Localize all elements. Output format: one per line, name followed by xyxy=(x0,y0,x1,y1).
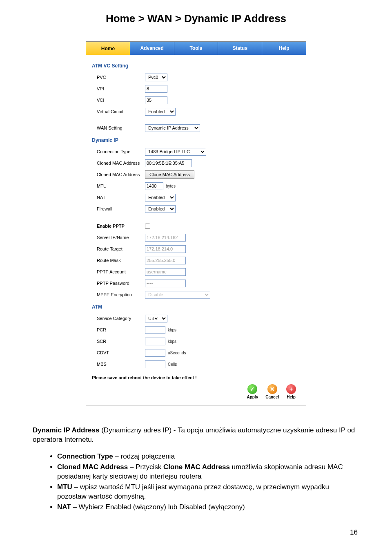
tab-advanced[interactable]: Advanced xyxy=(130,42,174,55)
mbs-input[interactable] xyxy=(145,360,165,368)
mbs-label: MBS xyxy=(92,362,145,367)
pptp-password-label: PPTP Password xyxy=(92,281,145,286)
section-atm-vc: ATM VC Setting xyxy=(92,63,300,69)
nat-select[interactable]: Enabled xyxy=(145,194,176,201)
wan-setting-select[interactable]: Dynamic IP Address xyxy=(145,124,200,132)
pptp-account-input xyxy=(145,268,186,276)
tab-help[interactable]: Help xyxy=(262,42,306,55)
page-title: Home > WAN > Dynamic IP Address xyxy=(33,12,359,25)
server-ip-label: Server IP/Name xyxy=(92,235,145,240)
cloned-mac-input[interactable] xyxy=(145,159,192,167)
action-buttons: ✓ Apply ✕ Cancel + Help xyxy=(92,384,300,399)
pcr-unit: kbps xyxy=(168,328,176,332)
pvc-select[interactable]: Pvc0 xyxy=(145,74,167,81)
cloned-mac-label-2: Cloned MAC Address xyxy=(92,172,145,177)
mtu-input[interactable] xyxy=(145,182,163,190)
description-intro: Dynamic IP Address (Dynamiczny adres IP)… xyxy=(33,426,359,445)
tab-tools[interactable]: Tools xyxy=(174,42,218,55)
route-mask-input xyxy=(145,257,186,264)
cloned-mac-label-1: Cloned MAC Address xyxy=(92,161,145,166)
mtu-unit: bytes xyxy=(166,184,176,188)
mbs-unit: Cells xyxy=(168,362,177,367)
vci-label: VCI xyxy=(92,98,145,103)
connection-type-select[interactable]: 1483 Bridged IP LLC xyxy=(145,148,206,156)
virtual-circuit-select[interactable]: Enabled xyxy=(145,108,176,116)
enable-pptp-label: Enable PPTP xyxy=(92,224,145,228)
clone-mac-button[interactable]: Clone MAC Address xyxy=(145,170,194,179)
page-number: 16 xyxy=(33,528,359,537)
pptp-account-label: PPTP Account xyxy=(92,269,145,274)
firewall-label: Firewall xyxy=(92,206,145,211)
section-dynamic-ip: Dynamic IP xyxy=(92,137,300,143)
bullet-cloned-mac: Cloned MAC Address – Przycisk Clone MAC … xyxy=(57,463,359,481)
description-block: Dynamic IP Address (Dynamiczny adres IP)… xyxy=(33,426,359,512)
nat-label: NAT xyxy=(92,195,145,200)
help-button[interactable]: + Help xyxy=(286,384,296,399)
apply-label: Apply xyxy=(247,395,258,399)
save-reboot-note: Please save and reboot the device to tak… xyxy=(92,375,300,380)
bullet-list: Connection Type – rodzaj połączenia Clon… xyxy=(33,452,359,512)
vpi-input[interactable] xyxy=(145,85,167,93)
vpi-label: VPI xyxy=(92,86,145,91)
check-icon: ✓ xyxy=(247,384,257,394)
cancel-button[interactable]: ✕ Cancel xyxy=(265,384,279,399)
route-target-label: Route Target xyxy=(92,246,145,251)
cancel-label: Cancel xyxy=(265,395,279,399)
section-atm: ATM xyxy=(92,304,300,310)
scr-label: SCR xyxy=(92,339,145,344)
route-mask-label: Route Mask xyxy=(92,258,145,263)
bullet-mtu: MTU – wpisz wartość MTU jeśli jest wymag… xyxy=(57,483,359,501)
bullet-connection-type: Connection Type – rodzaj połączenia xyxy=(57,452,359,461)
cdvt-label: CDVT xyxy=(92,350,145,355)
pvc-label: PVC xyxy=(92,75,145,80)
router-config-panel: Home Advanced Tools Status Help ATM VC S… xyxy=(86,41,306,405)
pcr-label: PCR xyxy=(92,327,145,332)
scr-unit: kbps xyxy=(168,339,176,344)
connection-type-label: Connection Type xyxy=(92,149,145,154)
tab-home[interactable]: Home xyxy=(86,42,130,55)
enable-pptp-checkbox[interactable] xyxy=(145,224,150,229)
wan-setting-label: WAN Setting xyxy=(92,125,145,130)
apply-button[interactable]: ✓ Apply xyxy=(247,384,258,399)
scr-input[interactable] xyxy=(145,338,165,345)
mtu-label: MTU xyxy=(92,184,145,188)
tab-status[interactable]: Status xyxy=(218,42,262,55)
tab-bar: Home Advanced Tools Status Help xyxy=(86,42,306,55)
firewall-select[interactable]: Enabled xyxy=(145,205,176,213)
intro-bold: Dynamic IP Address xyxy=(33,426,99,434)
cdvt-unit: uSeconds xyxy=(168,351,186,355)
service-category-label: Service Category xyxy=(92,316,145,321)
virtual-circuit-label: Virtual Circuit xyxy=(92,109,145,114)
pptp-password-input xyxy=(145,280,186,287)
pcr-input[interactable] xyxy=(145,326,165,334)
route-target-input xyxy=(145,245,186,253)
help-label: Help xyxy=(287,395,296,399)
cdvt-input[interactable] xyxy=(145,349,165,357)
bullet-nat: NAT – Wybierz Enabled (włączony) lub Dis… xyxy=(57,503,359,512)
mppe-label: MPPE Encryption xyxy=(92,292,145,297)
service-category-select[interactable]: UBR xyxy=(145,315,167,322)
mppe-select: Disable xyxy=(145,291,210,299)
x-icon: ✕ xyxy=(267,384,277,394)
vci-input[interactable] xyxy=(145,96,167,104)
server-ip-input xyxy=(145,234,186,242)
plus-icon: + xyxy=(286,384,296,394)
